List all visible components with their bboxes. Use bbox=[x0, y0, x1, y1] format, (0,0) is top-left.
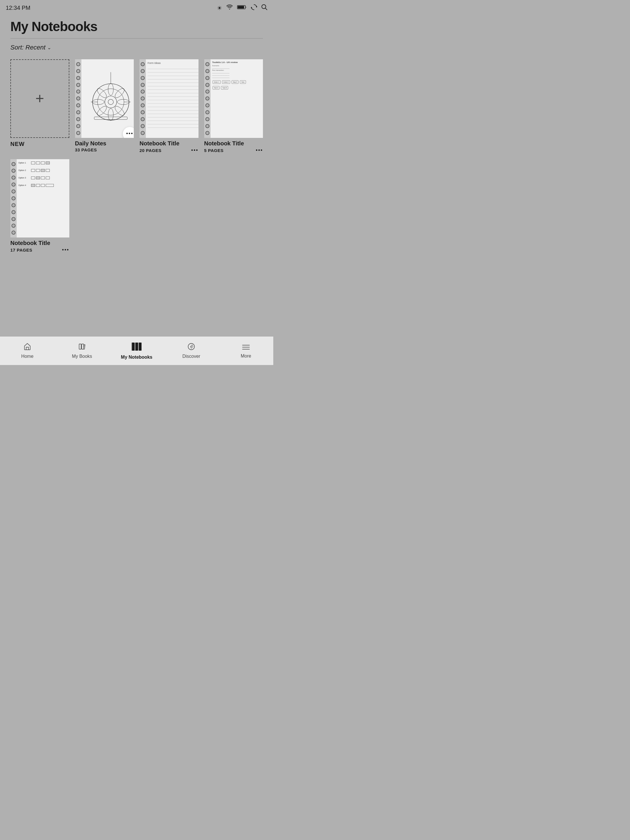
wifi-icon bbox=[226, 5, 233, 11]
header: My Notebooks bbox=[0, 16, 273, 34]
notebook-info: Notebook Title 17 PAGES ••• bbox=[10, 240, 69, 253]
more-options-button[interactable]: ••• bbox=[191, 147, 198, 153]
nav-label-discover: Discover bbox=[183, 354, 200, 359]
notebook-item-3[interactable]: Toolkits 1.6 - UX review Scenario: _____… bbox=[204, 59, 263, 153]
spiral-ring bbox=[76, 76, 80, 80]
svg-point-2 bbox=[262, 5, 266, 9]
svg-point-5 bbox=[105, 96, 117, 108]
spiral-binding bbox=[10, 159, 17, 238]
home-icon bbox=[23, 343, 32, 353]
nav-label-my-books: My Books bbox=[72, 354, 92, 359]
svg-point-7 bbox=[108, 83, 113, 95]
svg-rect-24 bbox=[139, 343, 142, 351]
compass-icon bbox=[187, 343, 195, 353]
sort-row[interactable]: Sort: Recent ⌄ bbox=[0, 39, 273, 57]
notebook-meta: 20 PAGES ••• bbox=[140, 147, 198, 153]
plus-icon: + bbox=[35, 91, 44, 106]
svg-point-4 bbox=[98, 88, 124, 115]
nav-item-my-books[interactable]: My Books bbox=[55, 336, 109, 365]
spiral-ring bbox=[76, 69, 80, 73]
page-title: My Notebooks bbox=[10, 19, 263, 34]
notebook-pages: 5 PAGES bbox=[204, 148, 224, 153]
spiral-ring bbox=[76, 96, 80, 101]
svg-rect-25 bbox=[131, 343, 132, 351]
spiral-binding bbox=[75, 59, 82, 138]
nav-label-my-notebooks: My Notebooks bbox=[121, 355, 152, 360]
notebook-cover: Option 1 Option 2 bbox=[10, 159, 69, 238]
spiral-ring bbox=[76, 124, 80, 128]
notebooks-grid-row2: Option 1 Option 2 bbox=[0, 156, 273, 253]
svg-rect-23 bbox=[135, 343, 138, 351]
new-notebook-placeholder[interactable]: + bbox=[10, 59, 69, 138]
bottom-navigation: Home My Books My Notebooks bbox=[0, 336, 273, 365]
sync-icon[interactable] bbox=[251, 4, 257, 12]
svg-point-8 bbox=[113, 87, 126, 99]
spiral-binding bbox=[140, 59, 146, 138]
spiral-ring bbox=[76, 131, 80, 135]
notebooks-grid-row1: + NEW bbox=[0, 57, 273, 156]
svg-rect-26 bbox=[135, 343, 135, 351]
notebook-meta: 17 PAGES ••• bbox=[10, 247, 69, 253]
spiral-ring bbox=[76, 103, 80, 107]
more-options-button[interactable]: ••• bbox=[256, 147, 263, 153]
spiral-binding bbox=[204, 59, 211, 138]
status-bar: 12:34 PM ☀ bbox=[0, 0, 273, 16]
sort-selector[interactable]: Sort: Recent ⌄ bbox=[10, 44, 51, 51]
spiral-ring bbox=[76, 83, 80, 87]
svg-point-11 bbox=[108, 109, 113, 120]
notebook-cover: ••• bbox=[75, 59, 134, 138]
notebook-info: Notebook Title 20 PAGES ••• bbox=[140, 140, 198, 153]
spiral-ring bbox=[76, 90, 80, 93]
spiral-ring bbox=[76, 110, 80, 114]
svg-point-10 bbox=[113, 105, 126, 117]
search-icon[interactable] bbox=[261, 4, 268, 12]
notebook-daily-notes[interactable]: ••• Daily Notes 33 PAGES bbox=[75, 59, 134, 153]
notebook-pages: 17 PAGES bbox=[10, 248, 32, 253]
svg-point-3 bbox=[92, 84, 129, 120]
sort-label-text: Sort: bbox=[10, 44, 24, 51]
notebook-item-4[interactable]: Option 1 Option 2 bbox=[10, 159, 69, 253]
spiral-ring bbox=[76, 117, 80, 121]
spiral-ring bbox=[76, 62, 80, 66]
svg-rect-1 bbox=[238, 6, 244, 9]
notebook-title: Notebook Title bbox=[140, 140, 198, 147]
svg-rect-27 bbox=[139, 343, 139, 351]
status-icons: ☀ bbox=[217, 4, 268, 12]
notebooks-icon bbox=[131, 342, 142, 354]
notebook-page-content: Option 1 Option 2 bbox=[17, 159, 69, 238]
notebook-info: Daily Notes 33 PAGES bbox=[75, 140, 134, 152]
notebook-pages: 20 PAGES bbox=[140, 148, 161, 153]
nav-item-discover[interactable]: Discover bbox=[164, 336, 219, 365]
notebook-info: Notebook Title 5 PAGES ••• bbox=[204, 140, 263, 153]
svg-rect-19 bbox=[79, 344, 81, 349]
books-icon bbox=[78, 343, 86, 353]
notebook-meta: 33 PAGES bbox=[75, 147, 134, 152]
notebook-cover: Form Ideas bbox=[140, 59, 198, 138]
brightness-icon[interactable]: ☀ bbox=[217, 5, 222, 11]
menu-icon bbox=[242, 343, 250, 352]
svg-rect-22 bbox=[132, 343, 135, 351]
nav-label-home: Home bbox=[21, 354, 34, 359]
nav-item-home[interactable]: Home bbox=[0, 336, 55, 365]
svg-rect-15 bbox=[94, 117, 127, 120]
nav-label-more: More bbox=[241, 354, 251, 359]
svg-rect-20 bbox=[82, 344, 84, 349]
notebook-page-content: Toolkits 1.6 - UX review Scenario: _____… bbox=[211, 59, 263, 138]
notebook-cover: Toolkits 1.6 - UX review Scenario: _____… bbox=[204, 59, 263, 138]
battery-icon bbox=[237, 5, 247, 11]
notebook-title: Notebook Title bbox=[204, 140, 263, 147]
svg-point-30 bbox=[191, 346, 192, 347]
more-options-button[interactable]: ••• bbox=[62, 247, 69, 253]
new-notebook-label: NEW bbox=[10, 141, 25, 147]
notebook-item-2[interactable]: Form Ideas bbox=[140, 59, 198, 153]
svg-point-12 bbox=[96, 105, 108, 117]
notebook-meta: 5 PAGES ••• bbox=[204, 147, 263, 153]
nav-item-my-notebooks[interactable]: My Notebooks bbox=[109, 336, 164, 365]
notebook-pages: 33 PAGES bbox=[75, 147, 97, 152]
notebook-page-content bbox=[82, 59, 134, 138]
new-notebook-item[interactable]: + NEW bbox=[10, 59, 69, 153]
nav-item-more[interactable]: More bbox=[219, 336, 273, 365]
notebook-page-content: Form Ideas bbox=[146, 59, 198, 138]
svg-point-6 bbox=[108, 99, 113, 104]
sort-value: Recent bbox=[25, 44, 46, 51]
